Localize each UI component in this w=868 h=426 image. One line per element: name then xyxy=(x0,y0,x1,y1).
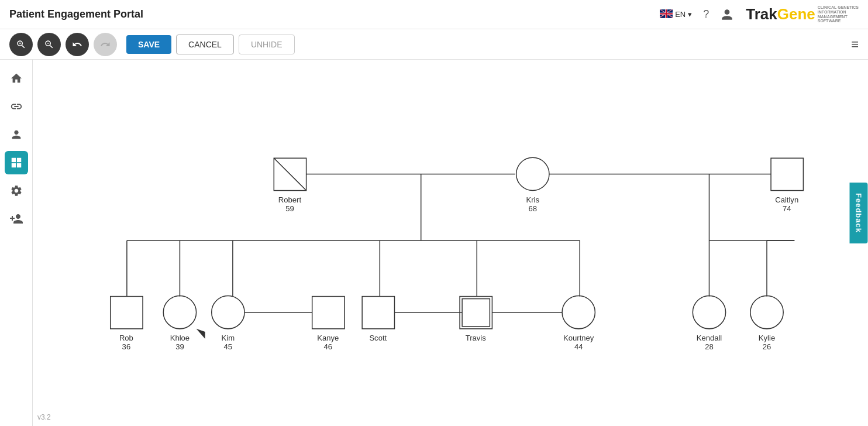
svg-text:Caitlyn: Caitlyn xyxy=(775,195,798,204)
svg-point-37 xyxy=(212,296,244,329)
member-travis[interactable]: Travis xyxy=(460,297,492,342)
lang-label: EN xyxy=(675,10,686,19)
logo: TrakGene CLINICAL GENETICS INFORMATION M… xyxy=(746,5,859,23)
sidebar-item-link[interactable] xyxy=(5,95,28,118)
svg-text:28: 28 xyxy=(705,342,714,351)
svg-rect-10 xyxy=(16,158,20,162)
svg-text:Kourtney: Kourtney xyxy=(563,334,594,342)
logo-gene: Gene xyxy=(777,5,815,23)
sidebar-item-settings[interactable] xyxy=(5,179,28,202)
flag-icon xyxy=(660,9,673,20)
svg-text:59: 59 xyxy=(285,204,294,213)
member-kim[interactable]: Kim 45 xyxy=(212,296,244,352)
version-label: v3.2 xyxy=(37,413,51,421)
feedback-tab[interactable]: Feedback xyxy=(850,183,868,243)
svg-text:Kendall: Kendall xyxy=(697,334,722,342)
svg-point-59 xyxy=(693,296,725,329)
svg-marker-40 xyxy=(197,329,205,339)
header-right: EN ▾ ? TrakGene CLINICAL GENETICS INFORM… xyxy=(660,5,859,23)
pedigree-canvas[interactable]: Robert 59 Kris 68 Caitlyn 74 xyxy=(33,60,868,415)
member-rob[interactable]: Rob 36 xyxy=(111,297,143,352)
sidebar-item-pedigree[interactable] xyxy=(5,151,28,174)
cancel-button[interactable]: CANCEL xyxy=(176,35,234,54)
svg-text:Khloe: Khloe xyxy=(170,334,190,342)
hamburger-menu-icon[interactable]: ≡ xyxy=(851,37,859,51)
svg-rect-43 xyxy=(312,297,345,329)
svg-point-55 xyxy=(562,296,595,329)
svg-text:44: 44 xyxy=(574,342,583,351)
svg-rect-11 xyxy=(11,163,15,167)
logo-subtitle: CLINICAL GENETICS INFORMATION MANAGEMENT… xyxy=(818,5,859,23)
pedigree-svg: Robert 59 Kris 68 Caitlyn 74 xyxy=(33,60,868,415)
account-icon[interactable] xyxy=(720,8,734,22)
svg-text:Kris: Kris xyxy=(526,195,540,204)
member-kris[interactable]: Kris 68 xyxy=(516,157,549,213)
header: Patient Engagement Portal EN ▾ ? xyxy=(0,0,868,29)
svg-text:Rob: Rob xyxy=(119,334,133,342)
member-caitlyn[interactable]: Caitlyn 74 xyxy=(771,158,803,213)
member-kendall[interactable]: Kendall 28 xyxy=(693,296,725,352)
svg-text:68: 68 xyxy=(529,204,538,213)
sidebar-item-person[interactable] xyxy=(5,123,28,146)
svg-rect-9 xyxy=(11,158,15,162)
svg-text:Travis: Travis xyxy=(466,334,487,342)
sidebar-item-add-person[interactable] xyxy=(5,207,28,231)
svg-text:39: 39 xyxy=(175,342,184,351)
language-selector[interactable]: EN ▾ xyxy=(660,9,692,20)
svg-text:Kanye: Kanye xyxy=(317,334,339,342)
svg-rect-12 xyxy=(16,163,20,167)
svg-rect-8 xyxy=(660,13,673,14)
svg-point-17 xyxy=(516,157,549,190)
svg-point-33 xyxy=(163,296,196,329)
help-icon[interactable]: ? xyxy=(699,8,713,22)
zoom-out-button[interactable] xyxy=(37,33,61,56)
svg-text:26: 26 xyxy=(763,342,771,351)
member-kourtney[interactable]: Kourtney 44 xyxy=(562,296,595,352)
redo-button[interactable] xyxy=(94,33,117,56)
lang-chevron-icon: ▾ xyxy=(688,10,692,19)
undo-button[interactable] xyxy=(66,33,89,56)
svg-text:Robert: Robert xyxy=(278,195,302,204)
member-scott[interactable]: Scott xyxy=(362,297,394,342)
sidebar xyxy=(0,60,33,426)
member-kanye[interactable]: Kanye 46 xyxy=(312,297,345,352)
svg-text:74: 74 xyxy=(783,204,791,213)
member-khloe[interactable]: Khloe 39 xyxy=(163,296,196,352)
member-kylie[interactable]: Kylie 26 xyxy=(750,296,783,352)
svg-rect-51 xyxy=(462,299,490,327)
page-title: Patient Engagement Portal xyxy=(9,8,143,20)
save-button[interactable]: SAVE xyxy=(126,35,171,54)
svg-rect-46 xyxy=(362,297,394,329)
svg-text:46: 46 xyxy=(324,342,333,351)
svg-rect-50 xyxy=(460,297,492,329)
svg-text:Kylie: Kylie xyxy=(759,334,775,342)
sidebar-item-home[interactable] xyxy=(5,67,28,90)
svg-point-63 xyxy=(750,296,783,329)
svg-rect-29 xyxy=(111,297,143,329)
toolbar-right: ≡ xyxy=(851,37,859,52)
toolbar: SAVE CANCEL UNHIDE ≡ xyxy=(0,29,868,60)
logo-trak: Trak xyxy=(746,5,777,23)
zoom-in-button[interactable] xyxy=(9,33,33,56)
svg-text:36: 36 xyxy=(122,342,131,351)
svg-text:45: 45 xyxy=(224,342,233,351)
svg-line-14 xyxy=(274,158,306,190)
svg-text:Scott: Scott xyxy=(369,334,387,342)
svg-text:Kim: Kim xyxy=(222,334,235,342)
unhide-button[interactable]: UNHIDE xyxy=(239,35,295,54)
member-robert[interactable]: Robert 59 xyxy=(274,158,306,213)
svg-rect-20 xyxy=(771,158,803,190)
